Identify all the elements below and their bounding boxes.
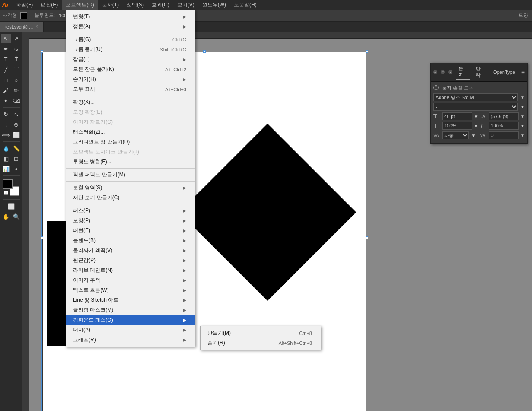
menu-clipping-mask[interactable]: 클리핑 마스크(M) ▶ <box>66 305 195 315</box>
font-style-select[interactable]: - <box>433 103 518 111</box>
font-size-input[interactable] <box>442 112 472 120</box>
panel-tab-character[interactable]: 문자 <box>456 64 470 80</box>
shaper-tool[interactable]: ✦ <box>1 96 11 105</box>
tab-test-svg[interactable]: test.svg @ ... × <box>0 22 44 32</box>
menu-compound-path[interactable]: 컴파운드 패스(O) ▶ <box>66 315 195 325</box>
menu-transform[interactable]: 변형(T) ▶ <box>66 12 195 22</box>
fill-swatch[interactable] <box>20 12 27 19</box>
menu-show-all[interactable]: 모두 표시 Alt+Ctrl+3 <box>66 84 195 94</box>
menu-edit[interactable]: 편집(E) <box>37 0 61 10</box>
tracking-dropdown[interactable]: ▼ <box>520 133 525 138</box>
menu-effect[interactable]: 효과(C) <box>148 0 173 10</box>
menu-blend[interactable]: 블렌드(B) ▶ <box>66 236 195 245</box>
panel-tab-paragraph[interactable]: 단락 <box>473 65 487 80</box>
menu-text-wrap[interactable]: 텍스트 흐름(W) ▶ <box>66 285 195 295</box>
menu-gradient-mesh[interactable]: 그라디언트 망 만들기(D)... <box>66 137 195 147</box>
menubar: Ai 파일(F) 편집(E) 오브젝트(O) 문자(T) 선택(S) 효과(C)… <box>0 0 532 10</box>
font-dropdown-icon[interactable]: ▼ <box>520 95 525 100</box>
kerning-dropdown[interactable]: ▼ <box>471 133 476 138</box>
arc-tool[interactable]: ⌒ <box>12 65 21 74</box>
width-tool[interactable]: ⟺ <box>1 130 11 140</box>
menu-unlock-all[interactable]: 모든 잠금 풀기(K) Alt+Ctrl+2 <box>66 64 195 74</box>
menu-window[interactable]: 윈도우(W) <box>199 0 229 10</box>
menu-select[interactable]: 선택(S) <box>123 0 147 10</box>
compound-make[interactable]: 만들기(M) Ctrl+8 <box>201 328 321 338</box>
shape-diamond[interactable] <box>179 124 356 301</box>
none-swatch[interactable]: ⊘ <box>4 191 8 195</box>
menu-transparency[interactable]: 투명도 병합(F)... <box>66 157 195 167</box>
curvature-tool[interactable]: ∿ <box>12 44 21 54</box>
menu-slice[interactable]: 분할 영역(S) ▶ <box>66 183 195 193</box>
scale-v-input[interactable] <box>489 122 519 130</box>
panel-menu-btn[interactable]: ≡ <box>521 69 525 76</box>
panel-close-btn[interactable]: × <box>448 70 452 74</box>
puppet-warp-tool[interactable]: ⊕ <box>12 120 21 129</box>
measure-tool[interactable]: 📏 <box>12 143 21 153</box>
menu-image-trace[interactable]: 이미지 추적 ▶ <box>66 275 195 285</box>
scale-tool[interactable]: ⤡ <box>12 109 21 119</box>
menu-trim-marks[interactable]: 재단 보기 만들기(C) <box>66 193 195 203</box>
pencil-tool[interactable]: ✏ <box>12 86 21 95</box>
pen-tool[interactable]: ✒ <box>1 44 11 54</box>
scale-v-dropdown[interactable]: ▼ <box>520 124 525 128</box>
free-transform-tool[interactable]: ⬜ <box>12 130 21 140</box>
rect-tool[interactable]: □ <box>1 75 11 85</box>
mesh-tool[interactable]: ⊞ <box>12 154 21 163</box>
select-tool[interactable]: ↖ <box>1 34 11 43</box>
direct-select-tool[interactable]: ↗ <box>12 34 21 43</box>
menu-envelope[interactable]: 둘러싸기 왜곡(V) ▶ <box>66 245 195 255</box>
menu-graph[interactable]: 그래프(R) ▶ <box>66 335 195 345</box>
screen-mode-btn[interactable]: ⬜ <box>6 201 16 211</box>
tracking-input[interactable] <box>489 131 519 139</box>
menu-rasterize[interactable]: 래스터화(Z)... <box>66 127 195 137</box>
menu-arrange[interactable]: 정돈(A) ▶ <box>66 22 195 32</box>
panel-tab-opentype[interactable]: OpenType <box>491 69 518 76</box>
scale-h-dropdown[interactable]: ▼ <box>474 124 478 128</box>
warp-tool[interactable]: ⌇ <box>1 120 11 129</box>
eraser-tool[interactable]: ⌫ <box>12 96 21 105</box>
hand-tool[interactable]: ✋ <box>1 212 11 221</box>
menu-object[interactable]: 오브젝트(O) <box>62 0 97 10</box>
font-style-dropdown-icon[interactable]: ▼ <box>520 105 525 109</box>
menu-shape[interactable]: 모양(P) ▶ <box>66 216 195 226</box>
menu-text[interactable]: 문자(T) <box>99 0 122 10</box>
menu-help[interactable]: 도움말(H) <box>230 0 260 10</box>
menu-hide[interactable]: 숨기기(H) ▶ <box>66 74 195 84</box>
menu-group[interactable]: 그룹(G) Ctrl+G <box>66 35 195 45</box>
menu-perspective[interactable]: 원근감(P) ▶ <box>66 255 195 265</box>
leading-input[interactable] <box>489 112 519 120</box>
symbol-spray-tool[interactable]: ✦ <box>12 164 21 174</box>
font-name-select[interactable]: Adobe 명조 Std M <box>433 93 518 101</box>
menu-path[interactable]: 패스(P) ▶ <box>66 206 195 216</box>
line-tool[interactable]: ╱ <box>1 65 11 74</box>
menu-expand[interactable]: 확장(X)... <box>66 97 195 107</box>
paint-brush-tool[interactable]: 🖌 <box>1 86 11 95</box>
line-tools: ╱ ⌒ <box>1 65 21 74</box>
tab-close-btn[interactable]: × <box>35 24 38 29</box>
rotate-tool[interactable]: ↻ <box>1 109 11 119</box>
text-tool[interactable]: T <box>1 54 11 64</box>
menu-file[interactable]: 파일(F) <box>13 0 36 10</box>
leading-dropdown[interactable]: ▼ <box>520 114 525 119</box>
panel-minimize-btn[interactable]: − <box>433 70 437 74</box>
eyedropper-tool[interactable]: 💧 <box>1 143 11 153</box>
menu-artboard[interactable]: 대지(A) ▶ <box>66 325 195 335</box>
scale-h-input[interactable] <box>442 122 472 130</box>
menu-lock[interactable]: 잠금(L) ▶ <box>66 54 195 64</box>
kerning-select[interactable]: 자동 <box>442 131 469 139</box>
gradient-tool[interactable]: ◧ <box>1 154 11 163</box>
menu-ungroup[interactable]: 그룹 풀기(U) Shift+Ctrl+G <box>66 45 195 54</box>
ellipse-tool[interactable]: ○ <box>12 75 21 85</box>
menu-view[interactable]: 보기(V) <box>174 0 198 10</box>
compound-release[interactable]: 풀기(R) Alt+Shift+Ctrl+8 <box>201 338 321 348</box>
chart-tool[interactable]: 📊 <box>1 164 11 174</box>
panel-maximize-btn[interactable]: □ <box>441 70 445 74</box>
menu-pixel-perfect[interactable]: 픽셀 퍼펙트 만들기(M) <box>66 170 195 180</box>
menu-pattern[interactable]: 패턴(E) ▶ <box>66 226 195 236</box>
zoom-tool[interactable]: 🔍 <box>12 212 21 221</box>
foreground-color-swatch[interactable] <box>3 179 13 189</box>
font-size-dropdown[interactable]: ▼ <box>474 114 478 119</box>
menu-line-sketch[interactable]: Line 및 Sketch 아트 ▶ <box>66 295 195 305</box>
touch-text-tool[interactable]: T̃ <box>12 54 21 64</box>
menu-live-paint[interactable]: 라이브 페인트(N) ▶ <box>66 265 195 275</box>
